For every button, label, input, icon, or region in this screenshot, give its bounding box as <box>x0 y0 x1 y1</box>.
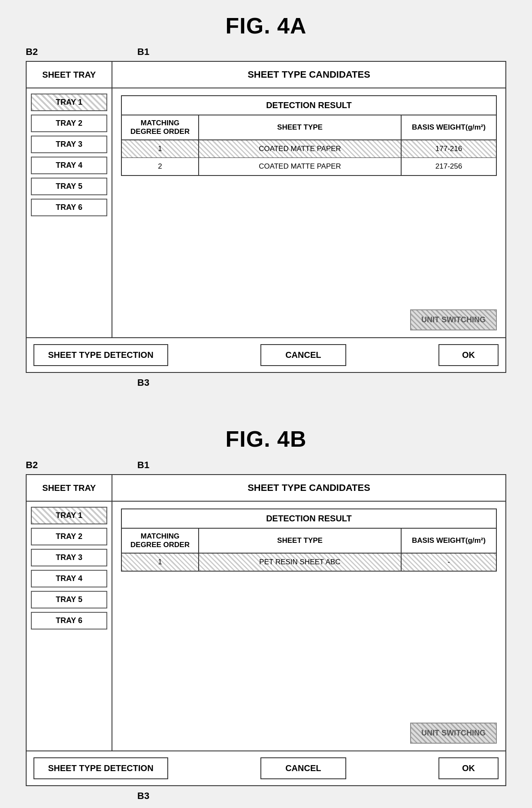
fig4a-col-basis-weight: BASIS WEIGHT(g/m²) <box>402 115 496 139</box>
fig4b-header: SHEET TRAY SHEET TYPE CANDIDATES <box>27 475 505 502</box>
fig4b-row-1[interactable]: 1 PET RESIN SHEET ABC - <box>122 554 496 571</box>
fig4b-container: FIG. 4B B2 B1 SHEET TRAY SHEET TYPE CAND… <box>26 426 506 805</box>
fig4b-content: TRAY 1 TRAY 2 TRAY 3 TRAY 4 TRAY 5 TRAY … <box>27 502 505 751</box>
fig4a-detection-table: DETECTION RESULT MATCHINGDEGREE ORDER SH… <box>121 95 497 176</box>
fig4a-tray-3[interactable]: TRAY 3 <box>31 136 107 153</box>
fig4a-header-candidates: SHEET TYPE CANDIDATES <box>112 62 505 88</box>
fig4a-label-b3: B3 <box>137 377 149 388</box>
fig4b-tray-1[interactable]: TRAY 1 <box>31 507 107 524</box>
fig4b-label-b1: B1 <box>137 460 149 471</box>
fig4b-cell-type-1: PET RESIN SHEET ABC <box>199 554 402 571</box>
fig4a-cell-order-1: 1 <box>122 140 199 157</box>
fig4b-label-b3: B3 <box>137 790 149 802</box>
fig4a-row-1[interactable]: 1 COATED MATTE PAPER 177-216 <box>122 140 496 158</box>
fig4b-col-basis-weight: BASIS WEIGHT(g/m²) <box>402 529 496 553</box>
fig4a-row-2[interactable]: 2 COATED MATTE PAPER 217-256 <box>122 158 496 175</box>
fig4a-tray-1[interactable]: TRAY 1 <box>31 94 107 111</box>
fig4b-tray-6[interactable]: TRAY 6 <box>31 612 107 629</box>
fig4b-detection-button[interactable]: SHEET TYPE DETECTION <box>33 757 168 779</box>
fig4b-title: FIG. 4B <box>26 426 506 452</box>
fig4b-tray-3[interactable]: TRAY 3 <box>31 549 107 566</box>
fig4a-cell-type-1: COATED MATTE PAPER <box>199 140 402 157</box>
fig4a-cell-order-2: 2 <box>122 158 199 175</box>
fig4a-cell-type-2: COATED MATTE PAPER <box>199 158 402 175</box>
fig4a-detection-header: DETECTION RESULT <box>122 96 496 115</box>
fig4b-tray-5[interactable]: TRAY 5 <box>31 591 107 608</box>
fig4a-label-b1: B1 <box>137 46 149 57</box>
fig4a-col-matching: MATCHINGDEGREE ORDER <box>122 115 199 139</box>
fig4b-col-sheet-type: SHEET TYPE <box>199 529 402 553</box>
fig4a-panel: SHEET TRAY SHEET TYPE CANDIDATES TRAY 1 … <box>26 61 506 373</box>
fig4a-tray-4[interactable]: TRAY 4 <box>31 157 107 174</box>
fig4b-footer: SHEET TYPE DETECTION CANCEL OK <box>27 751 505 785</box>
fig4b-header-sheet-tray: SHEET TRAY <box>27 475 112 501</box>
fig4b-tray-2[interactable]: TRAY 2 <box>31 528 107 545</box>
fig4a-tray-list: TRAY 1 TRAY 2 TRAY 3 TRAY 4 TRAY 5 TRAY … <box>27 88 112 337</box>
fig4a-col-sheet-type: SHEET TYPE <box>199 115 402 139</box>
fig4a-unit-switching-button[interactable]: UNIT SWITCHING <box>410 309 497 330</box>
fig4a-content: TRAY 1 TRAY 2 TRAY 3 TRAY 4 TRAY 5 TRAY … <box>27 88 505 337</box>
fig4a-label-b2: B2 <box>26 46 38 57</box>
fig4a-cell-weight-2: 217-256 <box>402 158 496 175</box>
fig4b-cell-weight-1: - <box>402 554 496 571</box>
fig4a-title: FIG. 4A <box>26 13 506 39</box>
fig4b-tray-4[interactable]: TRAY 4 <box>31 570 107 587</box>
fig4a-cell-weight-1: 177-216 <box>402 140 496 157</box>
fig4a-col-headers: MATCHINGDEGREE ORDER SHEET TYPE BASIS WE… <box>122 115 496 140</box>
fig4a-header: SHEET TRAY SHEET TYPE CANDIDATES <box>27 62 505 88</box>
fig4b-ok-button[interactable]: OK <box>438 757 499 779</box>
fig4a-detection-area: DETECTION RESULT MATCHINGDEGREE ORDER SH… <box>112 88 505 337</box>
fig4a-detection-button[interactable]: SHEET TYPE DETECTION <box>33 344 168 366</box>
fig4a-cancel-button[interactable]: CANCEL <box>260 344 346 366</box>
fig4b-detection-header: DETECTION RESULT <box>122 509 496 529</box>
fig4b-tray-list: TRAY 1 TRAY 2 TRAY 3 TRAY 4 TRAY 5 TRAY … <box>27 502 112 751</box>
fig4b-cell-order-1: 1 <box>122 554 199 571</box>
fig4b-detection-area: DETECTION RESULT MATCHINGDEGREE ORDER SH… <box>112 502 505 751</box>
fig4a-tray-2[interactable]: TRAY 2 <box>31 115 107 132</box>
fig4a-header-sheet-tray: SHEET TRAY <box>27 62 112 88</box>
fig4a-container: FIG. 4A B2 B1 SHEET TRAY SHEET TYPE CAND… <box>26 13 506 392</box>
fig4b-cancel-button[interactable]: CANCEL <box>260 757 346 779</box>
fig4a-ok-button[interactable]: OK <box>438 344 499 366</box>
fig4a-tray-6[interactable]: TRAY 6 <box>31 199 107 216</box>
fig4b-label-b2: B2 <box>26 460 38 471</box>
fig4b-unit-switching-button[interactable]: UNIT SWITCHING <box>410 723 497 744</box>
fig4b-panel: SHEET TRAY SHEET TYPE CANDIDATES TRAY 1 … <box>26 474 506 786</box>
fig4a-footer: SHEET TYPE DETECTION CANCEL OK <box>27 337 505 372</box>
fig4b-detection-table: DETECTION RESULT MATCHINGDEGREE ORDER SH… <box>121 508 497 572</box>
fig4b-col-headers: MATCHINGDEGREE ORDER SHEET TYPE BASIS WE… <box>122 529 496 554</box>
fig4b-header-candidates: SHEET TYPE CANDIDATES <box>112 475 505 501</box>
fig4a-tray-5[interactable]: TRAY 5 <box>31 178 107 195</box>
fig4b-col-matching: MATCHINGDEGREE ORDER <box>122 529 199 553</box>
